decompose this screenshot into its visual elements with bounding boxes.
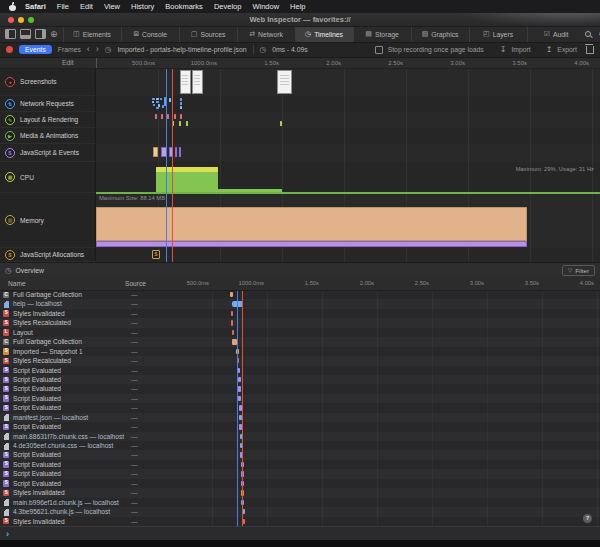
menu-view[interactable]: View: [104, 2, 120, 11]
track-lane-network-requests[interactable]: [96, 96, 600, 113]
dock-right-icon[interactable]: [35, 29, 46, 39]
menu-help[interactable]: Help: [290, 2, 305, 11]
table-row[interactable]: SScript Evaluated—: [0, 384, 600, 393]
table-row[interactable]: LLayout—: [0, 328, 600, 337]
event-name: Styles Invalidated: [13, 309, 65, 318]
event-name: Script Evaluated: [13, 394, 61, 403]
event-name: main.88631f7b.chunk.css — localhost: [13, 432, 124, 441]
tab-sources[interactable]: ▢Sources: [179, 26, 237, 42]
timeline-ruler[interactable]: Edit 500.0ms1000.0ms1.50s2.00s2.50s3.00s…: [0, 57, 600, 69]
tab-label: Audit: [553, 31, 569, 38]
table-row[interactable]: CFull Garbage Collection—: [0, 337, 600, 346]
apple-menu-icon[interactable]: [9, 3, 16, 11]
search-icon[interactable]: [585, 31, 592, 38]
zoom-window-button[interactable]: [28, 17, 34, 23]
track-network-requests[interactable]: ⇅Network Requests: [0, 96, 96, 112]
column-header-source[interactable]: Source: [125, 280, 146, 287]
table-row[interactable]: SScript Evaluated—: [0, 469, 600, 478]
track-javascript-events[interactable]: SJavaScript & Events: [0, 144, 96, 162]
ruler-tick-label: 2.50s: [388, 60, 403, 66]
event-time-bar: [230, 292, 233, 297]
network-requests-icon: ⇅: [5, 99, 15, 109]
track-layout-rendering[interactable]: ✎Layout & Rendering: [0, 112, 96, 128]
menu-bookmarks[interactable]: Bookmarks: [165, 2, 203, 11]
record-button[interactable]: [6, 46, 13, 53]
track-lane-javascript-events[interactable]: [96, 144, 600, 163]
column-header-name[interactable]: Name: [8, 280, 26, 287]
table-row[interactable]: SScript Evaluated—: [0, 375, 600, 384]
track-label: JavaScript Allocations: [20, 251, 84, 258]
table-row[interactable]: main.b996ef1d.chunk.js — localhost—: [0, 498, 600, 507]
export-button[interactable]: Export: [557, 46, 577, 53]
tab-timelines[interactable]: ◷Timelines: [295, 26, 353, 42]
table-row[interactable]: 4.de305eef.chunk.css — localhost—: [0, 441, 600, 450]
track-lane-javascript-allocations[interactable]: [96, 248, 600, 263]
screenshots-icon: ●: [5, 77, 15, 87]
stop-recording-checkbox[interactable]: [375, 46, 383, 54]
menu-history[interactable]: History: [131, 2, 154, 11]
quick-console-bar[interactable]: ›: [0, 526, 600, 541]
overview-label[interactable]: Overview: [16, 267, 44, 274]
dock-left-icon[interactable]: [5, 29, 16, 39]
ruler-tick-label: 3.00s: [450, 60, 465, 66]
track-screenshots[interactable]: ●Screenshots: [0, 68, 96, 96]
menu-edit[interactable]: Edit: [80, 2, 93, 11]
table-row[interactable]: main.88631f7b.chunk.css — localhost—: [0, 432, 600, 441]
menu-develop[interactable]: Develop: [214, 2, 242, 11]
import-button[interactable]: Import: [511, 46, 530, 53]
track-lane-memory[interactable]: [96, 193, 600, 249]
event-time-bar: [232, 339, 237, 344]
frames-segment-button[interactable]: Frames: [58, 46, 81, 53]
tab-graphics[interactable]: ▧Graphics: [411, 26, 469, 42]
clear-timeline-trash-icon[interactable]: [586, 46, 594, 54]
track-lane-layout-rendering[interactable]: [96, 112, 600, 129]
events-segment-button[interactable]: Events: [19, 45, 52, 54]
table-row[interactable]: SScript Evaluated—: [0, 460, 600, 469]
minimize-window-button[interactable]: [18, 17, 24, 23]
tab-storage[interactable]: ▤Storage: [353, 26, 411, 42]
table-row[interactable]: SScript Evaluated—: [0, 450, 600, 459]
track-javascript-allocations[interactable]: SJavaScript Allocations: [0, 248, 96, 262]
tab-elements[interactable]: ◫Elements: [63, 26, 121, 42]
tab-network[interactable]: ⇄Network: [237, 26, 295, 42]
back-arrow-icon[interactable]: ‹: [87, 42, 90, 57]
edit-instruments-button[interactable]: Edit: [62, 59, 74, 66]
table-row[interactable]: SScript Evaluated—: [0, 422, 600, 431]
table-row[interactable]: SStyles Invalidated—: [0, 488, 600, 497]
table-row[interactable]: help — localhost—: [0, 299, 600, 308]
track-cpu[interactable]: ▦CPU: [0, 162, 96, 193]
tab-console[interactable]: ⊠Console: [121, 26, 179, 42]
track-lane-media-animations[interactable]: [96, 128, 600, 145]
table-row[interactable]: SScript Evaluated—: [0, 403, 600, 412]
table-row[interactable]: SStyles Invalidated—: [0, 517, 600, 526]
table-row[interactable]: SStyles Recalculated—: [0, 318, 600, 327]
console-prompt-chevron[interactable]: ›: [6, 527, 9, 540]
forward-arrow-icon[interactable]: ›: [96, 42, 99, 57]
event-source: —: [131, 498, 138, 507]
table-row[interactable]: SScript Evaluated—: [0, 366, 600, 375]
table-row[interactable]: 4.3be95621.chunk.js — localhost—: [0, 507, 600, 516]
table-row[interactable]: SStyles Recalculated—: [0, 356, 600, 365]
help-button[interactable]: ?: [583, 514, 592, 523]
table-row[interactable]: SStyles Invalidated—: [0, 309, 600, 318]
table-row[interactable]: manifest.json — localhost—: [0, 413, 600, 422]
track-lane-screenshots[interactable]: [96, 68, 600, 97]
menu-window[interactable]: Window: [252, 2, 279, 11]
table-row[interactable]: SScript Evaluated—: [0, 479, 600, 488]
event-time-bar: [239, 415, 242, 420]
table-row[interactable]: CFull Garbage Collection—: [0, 290, 600, 299]
tab-layers[interactable]: ◰Layers: [469, 26, 527, 42]
track-memory[interactable]: ▥Memory: [0, 193, 96, 248]
menu-safari[interactable]: Safari: [25, 2, 46, 11]
tab-audit[interactable]: ☑Audit: [527, 26, 585, 42]
inspect-element-icon[interactable]: ⊕: [50, 26, 58, 42]
menu-file[interactable]: File: [57, 2, 69, 11]
table-row[interactable]: SScript Evaluated—: [0, 394, 600, 403]
event-source: —: [131, 460, 138, 469]
close-window-button[interactable]: [8, 17, 14, 23]
filter-button[interactable]: ▽ Filter: [562, 265, 595, 276]
track-media-animations[interactable]: ▶Media & Animations: [0, 128, 96, 144]
dock-bottom-icon[interactable]: [20, 29, 31, 39]
stop-recording-label[interactable]: Stop recording once page loads: [388, 46, 484, 53]
table-row[interactable]: SImported — Snapshot 1—: [0, 347, 600, 356]
